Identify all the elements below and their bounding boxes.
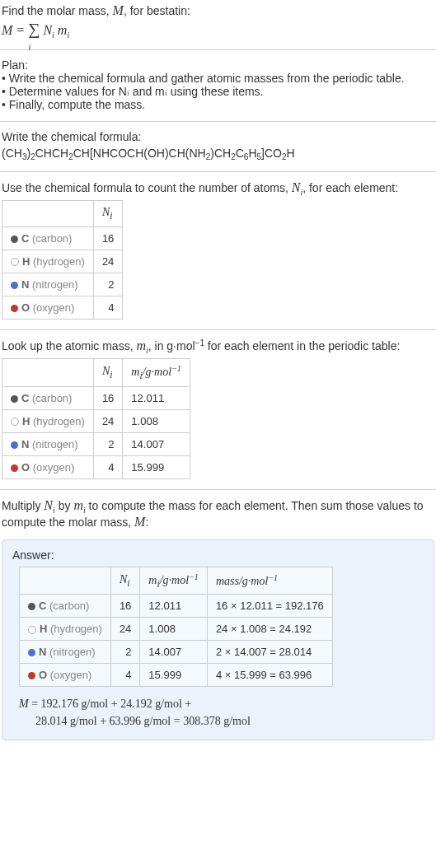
answer-label: Answer:	[12, 548, 424, 562]
ni-value: 24	[93, 250, 122, 273]
answer-table: Ni mi/g·mol−1 mass/g·mol−1 C (carbon) 16…	[19, 567, 333, 688]
elem-name: (carbon)	[32, 392, 72, 404]
table-header-ni: Ni	[93, 201, 122, 227]
divider	[0, 171, 436, 172]
nitrogen-dot-icon	[11, 441, 18, 449]
table-row: C (carbon) 16	[2, 226, 123, 250]
carbon-dot-icon	[11, 236, 18, 243]
elem-symbol: C	[21, 392, 29, 404]
divider	[0, 489, 436, 490]
table-header-blank	[2, 201, 94, 227]
hydrogen-dot-icon	[28, 626, 36, 634]
mi-value: 15.999	[140, 664, 208, 687]
elem-symbol: O	[21, 301, 30, 314]
elem-symbol: O	[21, 461, 30, 474]
count-text: Use the chemical formula to count the nu…	[2, 180, 434, 197]
table-row: N (nitrogen) 2 14.007	[2, 432, 190, 455]
ni-value: 2	[93, 273, 122, 296]
ni-value: 24	[110, 618, 139, 641]
table-header-blank	[20, 567, 111, 595]
ni-value: 2	[93, 432, 122, 455]
elem-symbol: C	[21, 232, 29, 245]
ni-value: 16	[93, 226, 122, 250]
elem-name: (nitrogen)	[49, 646, 96, 658]
table-header-mass: mass/g·mol−1	[207, 567, 332, 595]
elem-name: (oxygen)	[33, 301, 75, 314]
elem-name: (hydrogen)	[33, 255, 85, 268]
elem-name: (oxygen)	[50, 669, 92, 681]
carbon-dot-icon	[28, 603, 35, 610]
table-row: H (hydrogen) 24 1.008	[2, 409, 190, 432]
table-header-mi: mi/g·mol−1	[123, 358, 190, 386]
mass-value: 16 × 12.011 = 192.176	[207, 595, 332, 618]
nitrogen-dot-icon	[11, 282, 18, 289]
mass-value: 2 × 14.007 = 28.014	[207, 641, 332, 664]
elem-symbol: N	[21, 438, 29, 450]
table-header-ni: Ni	[93, 358, 122, 386]
chemical-formula-section: Write the chemical formula: (CH3)2CHCH2C…	[0, 127, 436, 168]
elem-symbol: O	[39, 669, 47, 681]
table-row: O (oxygen) 4 15.999 4 × 15.999 = 63.996	[20, 664, 333, 687]
table-row: C (carbon) 16 12.011	[2, 386, 190, 409]
atomic-mass-table: Ni mi/g·mol−1 C (carbon) 16 12.011 H (hy…	[2, 358, 190, 479]
mi-value: 14.007	[140, 641, 208, 664]
ni-value: 4	[93, 455, 122, 478]
atom-count-table: Ni C (carbon) 16 H (hydrogen) 24 N (nitr…	[2, 200, 123, 320]
carbon-dot-icon	[11, 395, 18, 403]
elem-name: (hydrogen)	[33, 415, 85, 427]
sum-index: i	[28, 43, 30, 52]
mi-value: 1.008	[140, 618, 208, 641]
elem-symbol: N	[39, 646, 46, 658]
plan-item: • Write the chemical formula and gather …	[2, 72, 434, 85]
oxygen-dot-icon	[11, 464, 18, 472]
sum-line-1: M = 192.176 g/mol + 24.192 g/mol +	[19, 698, 191, 710]
hydrogen-dot-icon	[11, 418, 19, 426]
table-header-ni: Ni	[110, 567, 139, 595]
chemical-formula: (CH3)2CHCH2CH[NHCOCH(OH)CH(NH2)CH2C6H5]C…	[2, 147, 434, 161]
table-row: N (nitrogen) 2 14.007 2 × 14.007 = 28.01…	[20, 641, 333, 664]
hydrogen-dot-icon	[11, 258, 19, 266]
ni-value: 4	[110, 664, 139, 687]
intro-text: Find the molar mass, M, for bestatin:	[2, 3, 434, 18]
plan-section: Plan: • Write the chemical formula and g…	[0, 55, 436, 118]
nitrogen-dot-icon	[28, 649, 35, 656]
intro-section: Find the molar mass, M, for bestatin: M …	[0, 0, 436, 46]
oxygen-dot-icon	[11, 305, 18, 312]
mi-value: 15.999	[123, 455, 190, 478]
plan-item: • Finally, compute the mass.	[2, 98, 434, 111]
mi-value: 12.011	[140, 595, 208, 618]
table-header-mi: mi/g·mol−1	[140, 567, 208, 595]
multiply-section: Multiply Ni by mi to compute the mass fo…	[0, 495, 436, 536]
table-row: H (hydrogen) 24	[2, 250, 123, 273]
table-row: H (hydrogen) 24 1.008 24 × 1.008 = 24.19…	[20, 618, 333, 641]
ni-value: 16	[110, 595, 139, 618]
molar-mass-sum: M = 192.176 g/mol + 24.192 g/mol + 28.01…	[12, 695, 424, 730]
ni-value: 4	[93, 296, 122, 319]
elem-name: (hydrogen)	[50, 623, 102, 635]
sum-line-2: 28.014 g/mol + 63.996 g/mol = 308.378 g/…	[19, 715, 251, 727]
mi-value: 14.007	[123, 432, 190, 455]
divider	[0, 121, 436, 122]
elem-symbol: N	[21, 278, 29, 291]
multiply-text: Multiply Ni by mi to compute the mass fo…	[2, 498, 434, 530]
lookup-section: Look up the atomic mass, mi, in g·mol−1 …	[0, 335, 436, 486]
elem-symbol: H	[40, 623, 47, 635]
ni-value: 24	[93, 409, 122, 432]
table-row: O (oxygen) 4	[2, 296, 123, 319]
divider	[0, 329, 436, 330]
plan-heading: Plan:	[2, 58, 434, 72]
ni-value: 16	[93, 386, 122, 409]
elem-symbol: H	[22, 255, 30, 268]
elem-name: (carbon)	[32, 232, 72, 245]
elem-name: (nitrogen)	[32, 278, 78, 291]
chem-heading: Write the chemical formula:	[2, 130, 434, 143]
ni-value: 2	[110, 641, 139, 664]
table-header-blank	[2, 358, 94, 386]
mi-value: 12.011	[123, 386, 190, 409]
divider	[0, 49, 436, 50]
elem-symbol: C	[39, 600, 46, 612]
answer-box: Answer: Ni mi/g·mol−1 mass/g·mol−1 C (ca…	[2, 539, 434, 741]
table-row: C (carbon) 16 12.011 16 × 12.011 = 192.1…	[20, 595, 333, 618]
elem-name: (oxygen)	[33, 461, 75, 474]
count-section: Use the chemical formula to count the nu…	[0, 177, 436, 326]
